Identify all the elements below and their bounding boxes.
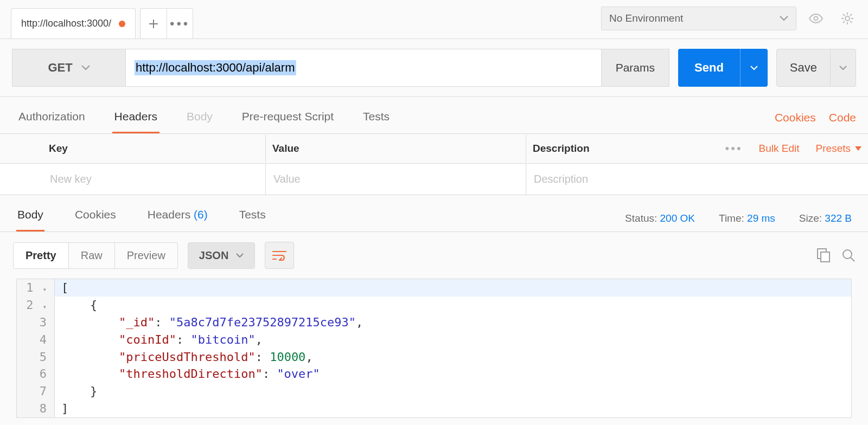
response-body-viewer[interactable]: 1 ▾[2 ▾ {3 "_id": "5a8c7d7fe23752897215c… [16, 279, 852, 418]
svg-point-0 [814, 17, 818, 21]
url-input[interactable]: http://localhost:3000/api/alarm [126, 49, 602, 87]
chevron-down-icon [780, 16, 788, 21]
app-root: http://localhost:3000/ ••• No Environmen… [0, 0, 868, 425]
response-tab-headers[interactable]: Headers (6) [146, 205, 209, 231]
ellipsis-icon[interactable]: ••• [725, 141, 742, 156]
request-builder-row: GET http://localhost:3000/api/alarm Para… [0, 39, 868, 97]
response-tab-cookies[interactable]: Cookies [74, 205, 117, 231]
params-button[interactable]: Params [602, 49, 669, 87]
search-icon [842, 249, 855, 262]
response-tab-headers-label: Headers [148, 208, 190, 221]
view-mode-preview[interactable]: Preview [114, 243, 177, 268]
tab-menu-button[interactable]: ••• [167, 9, 193, 38]
code-content: [ [55, 279, 851, 297]
copy-response-button[interactable] [817, 248, 830, 262]
wrap-lines-button[interactable] [265, 242, 294, 269]
new-tab-button[interactable] [141, 9, 167, 38]
line-number: 5 [17, 349, 55, 366]
settings-button[interactable] [835, 7, 859, 30]
send-dropdown[interactable] [740, 49, 768, 87]
response-headers-count: (6) [194, 208, 208, 221]
send-label: Send [678, 49, 740, 87]
gear-icon [841, 12, 854, 25]
code-line: 6 "thresholdDirection": "over" [17, 365, 851, 383]
save-dropdown[interactable] [830, 49, 856, 86]
caret-down-icon [855, 146, 861, 151]
headers-table-header-row: Key Value Description ••• Bulk Edit Pres… [0, 134, 868, 164]
code-link[interactable]: Code [829, 106, 856, 133]
status-field: Status: 200 OK [625, 212, 695, 224]
line-number: 2 ▾ [17, 297, 55, 314]
size-field: Size: 322 B [799, 212, 852, 224]
code-line: 3 "_id": "5a8c7d7fe23752897215ce93", [17, 314, 851, 331]
chevron-down-icon [236, 253, 244, 258]
code-content: } [55, 383, 851, 400]
view-mode-pretty[interactable]: Pretty [14, 243, 68, 268]
code-content: "priceUsdThreshold": 10000, [55, 349, 851, 366]
header-key-input[interactable] [49, 172, 259, 186]
cookies-link[interactable]: Cookies [775, 106, 816, 133]
response-tab-body[interactable]: Body [16, 205, 44, 231]
ellipsis-icon: ••• [170, 16, 190, 31]
environment-selector[interactable]: No Environment [601, 7, 796, 30]
search-response-button[interactable] [842, 249, 855, 262]
headers-table-new-row [0, 164, 868, 195]
chevron-down-icon [750, 66, 758, 70]
response-tabs: Body Cookies Headers (6) Tests Status: 2… [0, 195, 868, 232]
wrap-icon [272, 250, 286, 261]
headers-table-actions: ••• Bulk Edit Presets [725, 141, 861, 156]
line-number: 7 [17, 383, 55, 400]
tab-body[interactable]: Body [184, 105, 215, 133]
code-line: 8] [17, 400, 851, 417]
header-description-input[interactable] [533, 172, 861, 186]
code-content: { [55, 297, 851, 314]
col-header-key: Key [0, 135, 266, 162]
time-value: 29 ms [747, 212, 775, 224]
code-line: 1 ▾[ [17, 279, 851, 297]
presets-label: Presets [816, 143, 851, 154]
environment-quicklook-button[interactable] [804, 7, 828, 30]
response-viewer-controls: Pretty Raw Preview JSON [0, 232, 868, 279]
col-header-value: Value [266, 135, 526, 162]
top-right-tools: No Environment [592, 0, 868, 37]
time-field: Time: 29 ms [719, 212, 775, 224]
tab-authorization[interactable]: Authorization [16, 105, 87, 133]
params-label: Params [616, 61, 655, 74]
svg-point-4 [843, 250, 852, 259]
format-selector[interactable]: JSON [188, 242, 255, 269]
code-line: 7 } [17, 383, 851, 400]
bulk-edit-link[interactable]: Bulk Edit [759, 143, 800, 154]
request-tabs-right: Cookies Code [775, 106, 856, 133]
svg-rect-3 [821, 252, 829, 262]
col-header-description-label: Description [533, 143, 590, 154]
line-number: 6 [17, 365, 55, 383]
code-line: 5 "priceUsdThreshold": 10000, [17, 349, 851, 366]
http-method-label: GET [48, 61, 72, 75]
request-section-tabs: Authorization Headers Body Pre-request S… [0, 97, 868, 134]
save-button[interactable]: Save [776, 49, 856, 87]
send-button[interactable]: Send [678, 49, 768, 87]
plus-icon [149, 19, 158, 29]
code-content: "coinId": "bitcoin", [55, 331, 851, 349]
line-number: 8 [17, 400, 55, 417]
chevron-down-icon [839, 66, 847, 70]
tab-prerequest-script[interactable]: Pre-request Script [240, 105, 336, 133]
tab-headers[interactable]: Headers [112, 105, 159, 133]
status-value: 200 OK [660, 212, 695, 224]
copy-icon [817, 248, 830, 262]
col-header-description: Description ••• Bulk Edit Presets [526, 134, 868, 163]
header-value-input[interactable] [272, 172, 519, 186]
view-mode-raw[interactable]: Raw [68, 243, 114, 268]
presets-dropdown[interactable]: Presets [816, 143, 861, 154]
code-content: "thresholdDirection": "over" [55, 365, 851, 383]
response-tab-tests[interactable]: Tests [238, 205, 267, 231]
topbar: http://localhost:3000/ ••• No Environmen… [0, 0, 868, 39]
svg-point-1 [845, 16, 850, 21]
request-tab[interactable]: http://localhost:3000/ [11, 8, 136, 38]
tab-tests[interactable]: Tests [361, 105, 392, 133]
line-number: 1 ▾ [17, 279, 55, 297]
view-mode-segment: Pretty Raw Preview [13, 242, 178, 269]
http-method-selector[interactable]: GET [12, 49, 126, 87]
line-number: 4 [17, 331, 55, 349]
time-label: Time: [719, 212, 744, 224]
